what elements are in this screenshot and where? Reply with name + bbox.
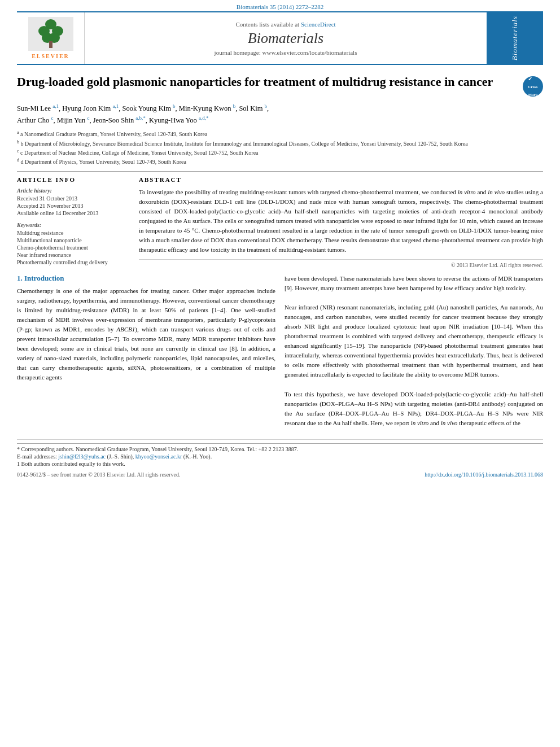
footnote-divider [17, 443, 543, 444]
crossmark-badge: ✓CrossMark [523, 76, 543, 97]
sciencedirect-link[interactable]: ScienceDirect [301, 21, 336, 28]
info-abstract-section: ARTICLE INFO Article history: Received 3… [17, 176, 543, 268]
contents-line: Contents lists available at ScienceDirec… [235, 21, 335, 28]
accepted-date: Accepted 21 November 2013 [17, 203, 130, 209]
keywords-label: Keywords: [17, 222, 130, 228]
affiliation-b: b b Department of Microbiology, Severanc… [17, 139, 543, 148]
affiliation-a: a a Nanomedical Graduate Program, Yonsei… [17, 129, 543, 138]
abstract-col: ABSTRACT To investigate the possibility … [139, 176, 543, 268]
abstract-heading: ABSTRACT [139, 176, 543, 183]
intro-section-title: 1. Introduction [17, 274, 275, 283]
received-date: Received 31 October 2013 [17, 195, 130, 202]
keyword-3: Chemo-photothermal treatment [17, 244, 130, 251]
article-history: Article history: Received 31 October 201… [17, 187, 130, 216]
body-left-col: 1. Introduction Chemotherapy is one of t… [17, 274, 275, 428]
equal-contrib-note: 1 Both authors contributed equally to th… [17, 461, 543, 467]
affiliation-c: c c Department of Nuclear Medicine, Coll… [17, 148, 543, 157]
elsevier-wordmark: ELSEVIER [32, 53, 69, 59]
available-date: Available online 14 December 2013 [17, 210, 130, 216]
article-title-row: Drug-loaded gold plasmonic nanoparticles… [17, 74, 543, 97]
journal-url: journal homepage: www.elsevier.com/locat… [215, 49, 357, 56]
tree-svg [34, 19, 68, 50]
keyword-1: Multidrug resistance [17, 230, 130, 236]
copyright-notice: © 2013 Elsevier Ltd. All rights reserved… [139, 259, 543, 268]
biomaterials-logo-box: Biomaterials [487, 12, 543, 64]
body-content: 1. Introduction Chemotherapy is one of t… [0, 268, 560, 434]
article-content: Drug-loaded gold plasmonic nanoparticles… [0, 65, 560, 268]
journal-reference: Biomaterials 35 (2014) 2272–2282 [0, 0, 560, 11]
section-divider [17, 171, 543, 172]
elsevier-tree-logo [28, 17, 73, 51]
affiliation-d: d d Department of Physics, Yonsei Univer… [17, 157, 543, 166]
corresponding-note: * Corresponding authors. Nanomedical Gra… [17, 446, 543, 452]
affiliations: a a Nanomedical Graduate Program, Yonsei… [17, 129, 543, 166]
email-link-1[interactable]: jshin@l2l3@yuhs.ac [58, 453, 106, 460]
journal-name: Biomaterials [248, 30, 323, 47]
intro-body-text-left: Chemotherapy is one of the major approac… [17, 286, 275, 382]
history-label: Article history: [17, 187, 130, 194]
keywords-section: Keywords: Multidrug resistance Multifunc… [17, 222, 130, 265]
issn-line: 0142-9612/$ – see front matter © 2013 El… [17, 471, 180, 478]
keyword-5: Photothermally controlled drug delivery [17, 259, 130, 265]
journal-title-area: Contents lists available at ScienceDirec… [85, 12, 487, 64]
article-info-col: ARTICLE INFO Article history: Received 3… [17, 176, 130, 268]
article-title-text: Drug-loaded gold plasmonic nanoparticles… [17, 74, 493, 90]
article-info-heading: ARTICLE INFO [17, 176, 130, 183]
footnotes-section: * Corresponding authors. Nanomedical Gra… [17, 439, 543, 467]
footer: 0142-9612/$ – see front matter © 2013 El… [0, 468, 560, 481]
journal-header: ELSEVIER Contents lists available at Sci… [17, 11, 543, 65]
doi-link[interactable]: http://dx.doi.org/10.1016/j.biomaterials… [425, 471, 543, 478]
keyword-2: Multifunctional nanoparticle [17, 237, 130, 243]
body-right-col: have been developed. These nanomaterials… [285, 274, 543, 428]
authors-list: Sun-Mi Lee a,1, Hyung Joon Kim a,1, Sook… [17, 102, 543, 126]
email-link-2[interactable]: khyoo@yonsei.ac.kr [135, 453, 182, 460]
keyword-4: Near infrared resonance [17, 252, 130, 258]
intro-body-text-right: have been developed. These nanomaterials… [285, 274, 543, 428]
abstract-text: To investigate the possibility of treati… [139, 187, 543, 255]
elsevier-logo: ELSEVIER [17, 12, 85, 64]
email-addresses: E-mail addresses: jshin@l2l3@yuhs.ac (J.… [17, 453, 543, 460]
svg-rect-5 [49, 41, 53, 48]
